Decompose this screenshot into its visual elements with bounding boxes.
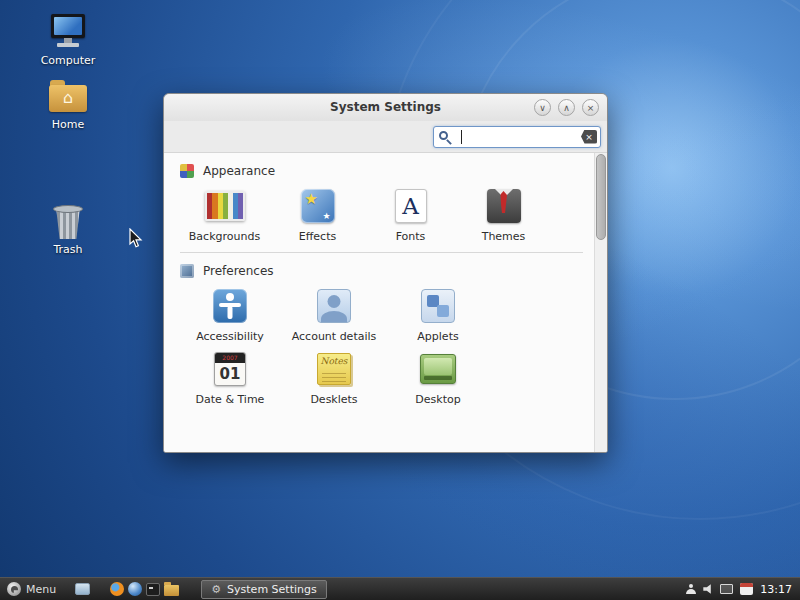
settings-item-label: Accessibility: [178, 330, 282, 343]
desktop-icon-label: Trash: [36, 243, 100, 256]
gear-icon: ⚙: [211, 584, 221, 595]
computer-icon: [48, 14, 88, 50]
icon-slot: [178, 286, 282, 326]
section-label: Preferences: [203, 264, 274, 278]
account-details-icon: [317, 289, 351, 323]
home-glyph-icon: ⌂: [48, 88, 88, 108]
icon-slot: [282, 286, 386, 326]
calendar-year: 2007: [215, 353, 245, 363]
clear-icon: ×: [585, 132, 593, 142]
desktop-icon-trash[interactable]: Trash: [36, 202, 100, 256]
preferences-grid: Accessibility Account details Applets: [174, 286, 589, 412]
desktop-settings-icon: [420, 354, 456, 384]
taskbar-window-label: System Settings: [227, 583, 317, 596]
show-desktop-icon[interactable]: [75, 583, 90, 595]
system-tray: 13:17: [686, 583, 800, 596]
search-input[interactable]: [433, 126, 601, 148]
panel-launchers: [110, 582, 179, 596]
calendar-icon[interactable]: [740, 583, 753, 595]
settings-item-label: Date & Time: [178, 393, 282, 406]
files-icon[interactable]: [164, 585, 179, 596]
desktop-icon-computer[interactable]: Computer: [36, 13, 100, 67]
icon-slot: [386, 286, 490, 326]
trash-icon-art: [36, 202, 100, 240]
chevron-up-icon: ∧: [563, 103, 570, 113]
settings-item-label: Backgrounds: [178, 230, 271, 243]
section-label: Appearance: [203, 164, 275, 178]
note-lines: [322, 370, 346, 382]
themes-icon: [487, 189, 521, 223]
chevron-down-icon: ∨: [539, 103, 546, 113]
trash-body: [54, 209, 82, 239]
settings-item-applets[interactable]: Applets: [386, 286, 490, 343]
desktop-icon-home[interactable]: ⌂ Home: [36, 77, 100, 131]
display-icon[interactable]: [720, 584, 733, 594]
calendar-day: 01: [220, 365, 241, 383]
settings-item-label: Effects: [271, 230, 364, 243]
computer-icon-art: [36, 13, 100, 51]
letter-a-glyph: A: [402, 193, 419, 219]
accessibility-icon: [213, 289, 247, 323]
icon-slot: [178, 186, 271, 226]
mouse-cursor: [129, 228, 143, 249]
settings-item-label: Account details: [282, 330, 386, 343]
menu-label: Menu: [26, 583, 56, 596]
settings-item-desklets[interactable]: Notes Desklets: [282, 349, 386, 406]
settings-item-date-time[interactable]: 2007 01 Date & Time: [178, 349, 282, 406]
date-time-icon: 2007 01: [214, 352, 246, 386]
settings-item-effects[interactable]: ★ ★ Effects: [271, 186, 364, 243]
settings-item-label: Themes: [457, 230, 550, 243]
fonts-icon: A: [395, 189, 427, 223]
titlebar[interactable]: System Settings ∨ ∧ ×: [164, 94, 607, 121]
scrollbar-thumb[interactable]: [596, 154, 606, 240]
search-entry: ×: [433, 126, 601, 148]
icon-slot: Notes: [282, 349, 386, 389]
desktop-icon-label: Computer: [36, 54, 100, 67]
menu-logo-icon: [7, 582, 21, 596]
icon-slot: [457, 186, 550, 226]
home-icon-art: ⌂: [36, 77, 100, 115]
home-folder-icon: ⌂: [48, 80, 88, 112]
volume-icon[interactable]: [703, 584, 713, 594]
taskbar-window-button[interactable]: ⚙ System Settings: [201, 580, 327, 599]
sparkle-icon: ★: [322, 211, 330, 221]
taskbar-panel: Menu ⚙ System Settings 13:17: [0, 577, 800, 600]
figure-body: [228, 306, 233, 319]
appearance-grid: Backgrounds ★ ★ Effects A: [174, 186, 589, 249]
close-button[interactable]: ×: [582, 99, 599, 116]
web-browser-icon[interactable]: [128, 582, 142, 596]
icon-slot: [386, 349, 490, 389]
settings-item-label: Fonts: [364, 230, 457, 243]
user-applet-icon[interactable]: [686, 584, 696, 594]
settings-item-label: Desktop: [386, 393, 490, 406]
settings-item-accessibility[interactable]: Accessibility: [178, 286, 282, 343]
figure-head: [226, 293, 234, 301]
effects-icon: ★ ★: [301, 189, 335, 223]
scrollbar[interactable]: [594, 153, 607, 452]
settings-item-desktop[interactable]: Desktop: [386, 349, 490, 406]
settings-item-themes[interactable]: Themes: [457, 186, 550, 243]
terminal-icon[interactable]: [146, 583, 160, 596]
icon-slot: 2007 01: [178, 349, 282, 389]
monitor-base: [57, 43, 79, 47]
close-icon: ×: [587, 103, 595, 113]
clock[interactable]: 13:17: [760, 583, 792, 596]
settings-item-label: Applets: [386, 330, 490, 343]
settings-content: Appearance Backgrounds ★ ★: [164, 152, 607, 452]
star-icon: ★: [305, 190, 318, 208]
desktop-icon-label: Home: [36, 118, 100, 131]
menu-button[interactable]: Menu: [0, 578, 63, 600]
settings-item-label: Desklets: [282, 393, 386, 406]
settings-item-backgrounds[interactable]: Backgrounds: [178, 186, 271, 243]
section-header-preferences: Preferences: [180, 264, 587, 278]
window-buttons: ∨ ∧ ×: [534, 99, 599, 116]
settings-item-account-details[interactable]: Account details: [282, 286, 386, 343]
firefox-icon[interactable]: [110, 582, 124, 596]
minimize-button[interactable]: ∨: [534, 99, 551, 116]
monitor-screen: [54, 17, 82, 35]
maximize-button[interactable]: ∧: [558, 99, 575, 116]
trash-icon: [52, 203, 84, 239]
section-header-appearance: Appearance: [180, 164, 587, 178]
desklets-icon: Notes: [317, 353, 351, 385]
settings-item-fonts[interactable]: A Fonts: [364, 186, 457, 243]
